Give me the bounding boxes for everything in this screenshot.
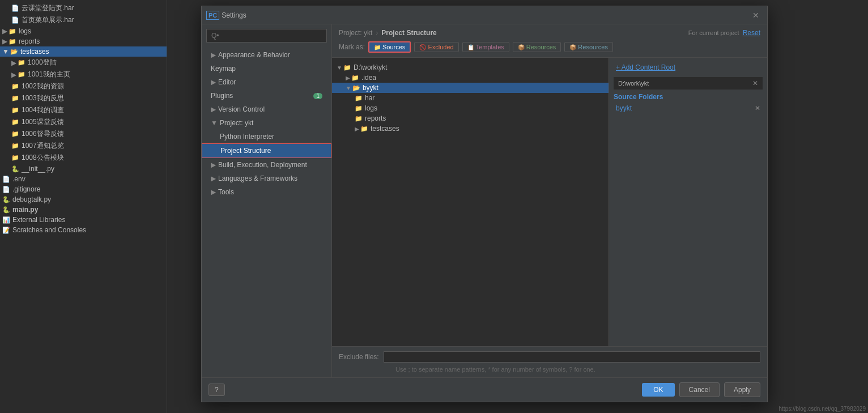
exclude-files-section: Exclude files: Use ; to separate name pa… bbox=[332, 346, 767, 377]
mark-as-label: Mark as: bbox=[339, 43, 365, 51]
list-item[interactable]: ▶ 📁 logs bbox=[0, 26, 167, 36]
folder-open-icon: 📂 bbox=[10, 48, 18, 56]
nav-item-plugins[interactable]: Plugins 1 bbox=[202, 89, 331, 103]
sidebar-item-reports[interactable]: ▶ 📁 reports bbox=[0, 36, 167, 46]
apply-button[interactable]: Apply bbox=[724, 382, 760, 397]
templates-button[interactable]: 📋 Templates bbox=[462, 42, 509, 52]
sources-button[interactable]: 📁 Sources bbox=[368, 41, 411, 53]
sidebar-item-scratches-consoles[interactable]: 📝 Scratches and Consoles bbox=[0, 225, 167, 235]
exclude-input[interactable] bbox=[384, 351, 760, 363]
ft-item-reports[interactable]: 📁 reports bbox=[332, 113, 609, 124]
folder-icon: 📁 bbox=[18, 59, 25, 66]
excluded-button[interactable]: 🚫 Excluded bbox=[414, 42, 458, 52]
nav-item-project-structure[interactable]: Project Structure bbox=[202, 143, 331, 158]
settings-nav-panel: ▶Appearance & Behavior Keymap ▶Editor Pl… bbox=[202, 24, 332, 377]
content-root-path: D:\work\ykt ✕ bbox=[614, 77, 763, 90]
folder-icon: 📁 bbox=[355, 115, 363, 122]
templates-icon: 📋 bbox=[467, 44, 474, 50]
nav-section: ▶Appearance & Behavior Keymap ▶Editor Pl… bbox=[202, 48, 331, 199]
nav-item-version-control[interactable]: ▶Version Control bbox=[202, 103, 331, 116]
plugins-badge: 1 bbox=[313, 93, 322, 99]
gitignore-file-icon: 📄 bbox=[2, 186, 10, 193]
nav-item-keymap[interactable]: Keymap bbox=[202, 62, 331, 75]
ft-item-byykt[interactable]: ▼ 📂 byykt bbox=[332, 83, 609, 93]
exclude-hint: Use ; to separate name patterns, * for a… bbox=[395, 366, 760, 373]
har-file-icon: 📄 bbox=[11, 5, 19, 12]
list-item[interactable]: 📄 .gitignore bbox=[0, 184, 167, 194]
exclude-label: Exclude files: bbox=[339, 353, 379, 361]
folder-icon: 📁 bbox=[8, 38, 16, 45]
source-folder-name: byykt bbox=[616, 104, 632, 112]
breadcrumb-separator: › bbox=[376, 29, 378, 37]
py-file-icon: 🐍 bbox=[2, 196, 10, 203]
remove-source-folder-button[interactable]: ✕ bbox=[755, 104, 760, 112]
ft-item-logs[interactable]: 📁 logs bbox=[332, 103, 609, 113]
sources-icon: 📁 bbox=[374, 44, 381, 50]
settings-dialog: PC Settings ✕ ▶Appearance & Behavior Key… bbox=[201, 6, 768, 402]
ft-item-testcases[interactable]: ▶ 📁 testcases bbox=[332, 124, 609, 134]
ok-button[interactable]: OK bbox=[642, 383, 674, 397]
py-file-icon: 🐍 bbox=[2, 206, 10, 214]
nav-item-tools[interactable]: ▶Tools bbox=[202, 185, 331, 199]
resources2-icon: 📦 bbox=[569, 44, 576, 50]
list-item[interactable]: 🐍 debugtalk.py bbox=[0, 194, 167, 205]
folder-icon: 📁 bbox=[11, 107, 19, 114]
folder-icon: 📁 bbox=[11, 142, 19, 150]
sidebar-item-external-libraries[interactable]: 📊 External Libraries bbox=[0, 215, 167, 225]
cancel-button[interactable]: Cancel bbox=[679, 382, 720, 397]
settings-search-input[interactable] bbox=[206, 29, 327, 42]
nav-item-editor[interactable]: ▶Editor bbox=[202, 75, 331, 89]
list-item[interactable]: 📁 1006督导反馈 bbox=[0, 128, 167, 140]
list-item[interactable]: 📁 1003我的反思 bbox=[0, 92, 167, 104]
list-item[interactable]: 🐍 main.py bbox=[0, 205, 167, 215]
list-item[interactable]: 📁 1005课堂反馈 bbox=[0, 116, 167, 128]
ft-item-har[interactable]: 📁 har bbox=[332, 93, 609, 103]
list-item[interactable]: 📁 1002我的资源 bbox=[0, 80, 167, 92]
nav-item-python-interpreter[interactable]: Python Interpreter bbox=[202, 130, 331, 143]
nav-item-build[interactable]: ▶Build, Execution, Deployment bbox=[202, 158, 331, 172]
list-item[interactable]: 📄 .env bbox=[0, 174, 167, 184]
add-content-root-link[interactable]: + Add Content Root bbox=[614, 62, 763, 73]
source-folders-label: Source Folders bbox=[614, 93, 763, 101]
file-tree-sidebar: 📄 云课堂登陆页.har 📄 首页菜单展示.har ▶ 📁 logs ▶ 📁 r… bbox=[0, 0, 167, 413]
close-button[interactable]: ✕ bbox=[749, 10, 763, 21]
list-item[interactable]: 📁 1004我的调查 bbox=[0, 104, 167, 116]
dialog-footer: ? OK Cancel Apply bbox=[202, 377, 767, 402]
list-item[interactable]: 📄 云课堂登陆页.har bbox=[0, 2, 167, 14]
list-item[interactable]: 🐍 __init__.py bbox=[0, 164, 167, 174]
ft-item-root[interactable]: ▼ 📁 D:\work\ykt bbox=[332, 62, 609, 73]
ft-item-idea[interactable]: ▶ 📁 .idea bbox=[332, 73, 609, 83]
folder-icon: 📁 bbox=[355, 95, 363, 102]
project-file-tree: ▼ 📁 D:\work\ykt ▶ 📁 .idea ▼ bbox=[332, 58, 609, 346]
resources2-button[interactable]: 📦 Resources bbox=[564, 42, 613, 52]
nav-item-languages[interactable]: ▶Languages & Frameworks bbox=[202, 172, 331, 185]
nav-item-project[interactable]: ▼Project: ykt bbox=[202, 116, 331, 130]
source-folder-item: byykt ✕ bbox=[614, 103, 763, 113]
resources-button[interactable]: 📦 Resources bbox=[513, 42, 561, 52]
reset-link[interactable]: Reset bbox=[743, 29, 760, 37]
pycharm-icon: PC bbox=[206, 11, 219, 20]
for-current-project-label: For current project bbox=[688, 29, 739, 36]
folder-icon: 📁 bbox=[351, 74, 359, 82]
list-item[interactable]: ▶ 📁 1000登陆 bbox=[0, 57, 167, 69]
env-file-icon: 📄 bbox=[2, 176, 10, 183]
scratch-icon: 📝 bbox=[2, 227, 10, 234]
list-item[interactable]: 📁 1007通知总览 bbox=[0, 140, 167, 152]
sidebar-item-testcases[interactable]: ▼ 📂 testcases bbox=[0, 46, 167, 57]
nav-item-appearance[interactable]: ▶Appearance & Behavior bbox=[202, 48, 331, 62]
folder-icon: 📁 bbox=[11, 118, 19, 126]
folder-icon: 📁 bbox=[18, 71, 25, 78]
resources-icon: 📦 bbox=[518, 44, 525, 50]
list-item[interactable]: ▶ 📁 1001我的主页 bbox=[0, 69, 167, 80]
folder-icon: 📁 bbox=[11, 95, 19, 102]
folder-icon: 📁 bbox=[355, 105, 363, 112]
dialog-body: ▶Appearance & Behavior Keymap ▶Editor Pl… bbox=[202, 24, 767, 377]
folder-icon: 📁 bbox=[343, 64, 351, 71]
help-button[interactable]: ? bbox=[209, 384, 225, 396]
list-item[interactable]: 📁 1008公告模块 bbox=[0, 152, 167, 164]
content-header: Project: ykt › Project Structure For cur… bbox=[332, 24, 767, 58]
list-item[interactable]: 📄 首页菜单展示.har bbox=[0, 14, 167, 26]
remove-content-root-button[interactable]: ✕ bbox=[752, 79, 758, 87]
dialog-titlebar: PC Settings ✕ bbox=[202, 6, 767, 24]
breadcrumb-project: Project: ykt bbox=[339, 29, 372, 37]
